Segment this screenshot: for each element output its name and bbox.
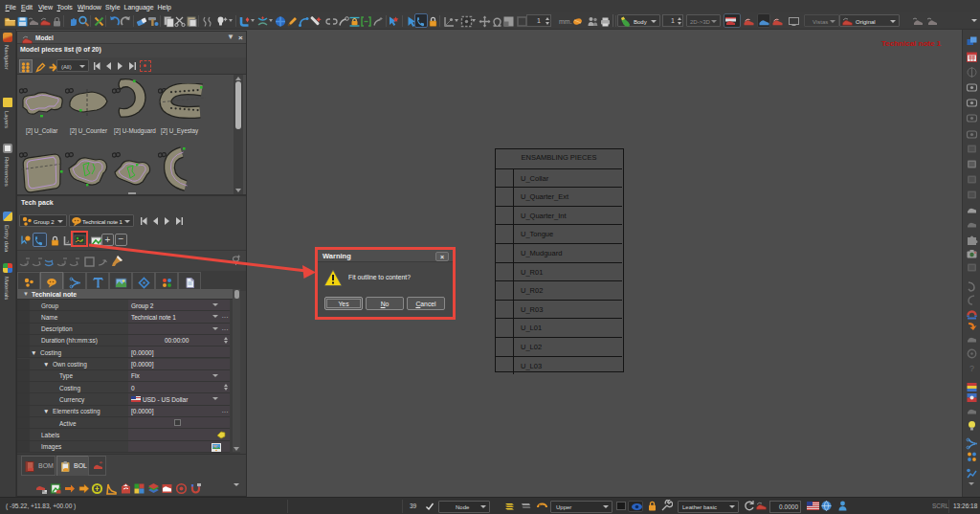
svg-text:?: ?: [969, 364, 974, 373]
